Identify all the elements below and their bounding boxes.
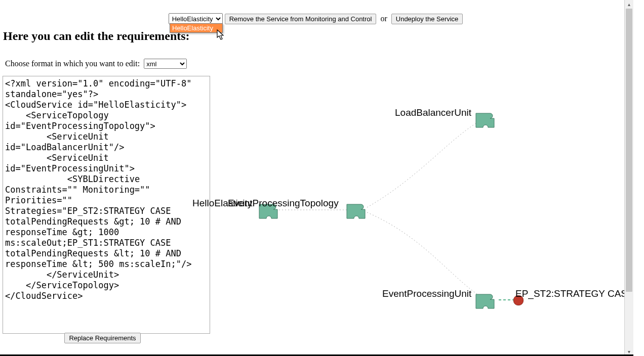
node-label-topology: EventProcessingTopology (228, 198, 339, 209)
xml-editor[interactable] (3, 76, 210, 334)
node-label-lb: LoadBalancerUnit (395, 107, 471, 118)
service-select[interactable]: HelloElasticity (169, 13, 223, 24)
top-controls: HelloElasticity Remove the Service from … (0, 13, 631, 24)
node-label-strategy: EP_ST2:STRATEGY CASE (515, 288, 633, 299)
replace-requirements-button[interactable]: Replace Requirements (64, 333, 140, 343)
scroll-thumb[interactable] (626, 9, 632, 292)
node-label-ep: EventProcessingUnit (382, 288, 471, 299)
node-ep[interactable] (475, 291, 498, 312)
service-select-dropdown[interactable]: HelloElasticity (170, 23, 223, 33)
node-lb[interactable] (475, 110, 498, 130)
format-label: Choose format in which you want to edit: (5, 59, 140, 68)
scroll-track[interactable] (625, 9, 633, 347)
format-select[interactable]: xml (144, 59, 187, 69)
remove-service-button[interactable]: Remove the Service from Monitoring and C… (225, 14, 377, 24)
or-text: or (380, 14, 387, 23)
node-topology[interactable] (346, 201, 369, 221)
vertical-scrollbar[interactable]: ▴ ▾ (624, 0, 633, 356)
undeploy-service-button[interactable]: Undeploy the Service (391, 14, 463, 24)
scroll-up-arrow[interactable]: ▴ (625, 0, 633, 9)
service-select-option[interactable]: HelloElasticity (170, 24, 222, 32)
topology-graph: HelloElasticity EventProcessingTopology … (208, 76, 633, 329)
format-row: Choose format in which you want to edit:… (5, 59, 187, 69)
edit-requirements-title: Here you can edit the requirements: (3, 29, 190, 43)
